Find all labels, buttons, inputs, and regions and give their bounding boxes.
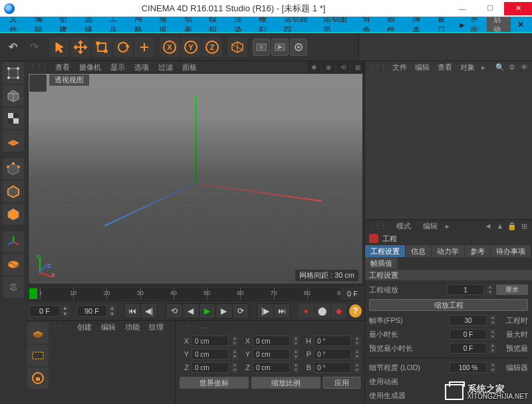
coord-x-size[interactable] bbox=[253, 336, 290, 346]
proj-scale-unit[interactable]: 厘米 bbox=[496, 284, 528, 295]
object-tree[interactable] bbox=[365, 73, 532, 219]
redo-button[interactable]: ↷ bbox=[24, 37, 44, 57]
stepper[interactable]: ▲▼ bbox=[354, 362, 360, 373]
tab-interpolation[interactable]: 帧插值 bbox=[365, 257, 398, 269]
goto-end-button[interactable]: ⏭ bbox=[274, 304, 290, 318]
render-pv-button[interactable] bbox=[271, 39, 289, 56]
filter-icon[interactable]: ⚙ bbox=[507, 62, 517, 72]
timeline-ruler[interactable]: /* ticks rendered below by JS */ 0102030… bbox=[27, 286, 364, 300]
attr-menu-mode[interactable]: 模式 bbox=[392, 221, 415, 231]
coord-space-select[interactable]: 世界坐标 bbox=[180, 377, 249, 389]
step-back-button[interactable]: ◀ bbox=[183, 304, 199, 318]
stepper[interactable]: ▲▼ bbox=[354, 336, 360, 346]
mat-menu-create[interactable]: 创建 bbox=[73, 322, 96, 332]
tab-dynamics[interactable]: 动力学 bbox=[432, 245, 465, 257]
goto-start-button[interactable]: ⏮ bbox=[124, 304, 140, 318]
tab-info[interactable]: 信息 bbox=[406, 245, 432, 257]
rotate-tool[interactable] bbox=[113, 37, 133, 57]
render-region-button[interactable] bbox=[27, 345, 49, 366]
range-start-stepper[interactable]: ▲▼ bbox=[61, 305, 68, 317]
help-button[interactable]: ? bbox=[349, 304, 362, 318]
stepper[interactable]: ▲▼ bbox=[489, 329, 496, 340]
axis-mode-button[interactable] bbox=[3, 231, 24, 252]
coord-h-rot[interactable] bbox=[314, 336, 351, 346]
window-minimize-button[interactable]: — bbox=[448, 2, 476, 15]
vp-nav-orbit[interactable]: ⟲ bbox=[336, 61, 350, 73]
obj-menu-edit[interactable]: 编辑 bbox=[411, 62, 434, 72]
vp-menu-filter[interactable]: 过滤 bbox=[154, 62, 177, 72]
window-maximize-button[interactable]: ☐ bbox=[476, 2, 504, 15]
mat-menu-edit[interactable]: 编辑 bbox=[97, 322, 120, 332]
viewport-thumb-icon[interactable] bbox=[29, 74, 47, 92]
obj-menu-object[interactable]: 对象 bbox=[456, 62, 479, 72]
vp-menu-options[interactable]: 选项 bbox=[130, 62, 153, 72]
fps-input[interactable] bbox=[450, 315, 487, 326]
tab-reference[interactable]: 参考 bbox=[465, 245, 491, 257]
tab-todo[interactable]: 待办事项 bbox=[491, 245, 531, 257]
coord-b-rot[interactable] bbox=[314, 362, 351, 373]
stepper[interactable]: ▲▼ bbox=[293, 362, 299, 373]
vp-nav-layout[interactable]: ⊞ bbox=[351, 61, 364, 73]
obj-menu-file[interactable]: 文件 bbox=[388, 62, 411, 72]
min-time-input[interactable] bbox=[450, 329, 487, 340]
obj-menu-view[interactable]: 查看 bbox=[434, 62, 456, 72]
coord-apply-button[interactable]: 应用 bbox=[323, 377, 360, 389]
proj-scale-input[interactable] bbox=[447, 284, 484, 295]
render-view-button[interactable] bbox=[253, 39, 270, 56]
viewport-solo-button[interactable] bbox=[27, 322, 49, 344]
lock-icon[interactable]: 🔒 bbox=[507, 221, 517, 231]
chevron-right-icon[interactable]: ▸ bbox=[446, 222, 450, 231]
timeline-track[interactable]: /* ticks rendered below by JS */ 0102030… bbox=[40, 288, 340, 300]
play-backward-button[interactable]: ⟲ bbox=[166, 304, 182, 318]
attr-menu-edit[interactable]: 编辑 bbox=[419, 221, 442, 231]
stepper[interactable]: ▲▼ bbox=[293, 349, 299, 359]
coord-y-size[interactable] bbox=[253, 349, 290, 359]
coord-p-rot[interactable] bbox=[314, 349, 351, 359]
goto-prevkey-button[interactable]: ◀| bbox=[141, 304, 157, 318]
move-tool[interactable] bbox=[70, 37, 90, 57]
lod-input[interactable] bbox=[450, 362, 487, 373]
y-axis-lock[interactable]: Y bbox=[181, 37, 201, 57]
range-end-input[interactable] bbox=[76, 305, 107, 317]
vp-menu-display[interactable]: 显示 bbox=[106, 62, 129, 72]
tab-project-settings[interactable]: 工程设置 bbox=[365, 245, 406, 257]
coord-z-pos[interactable] bbox=[192, 362, 229, 373]
timeline-playhead[interactable] bbox=[29, 288, 37, 299]
nav-back-icon[interactable]: ◄ bbox=[483, 221, 493, 231]
texture-mode-button[interactable] bbox=[3, 108, 24, 129]
vp-nav-pan[interactable]: ✥ bbox=[307, 61, 321, 73]
snap-button[interactable]: S bbox=[3, 276, 24, 298]
coord-x-pos[interactable] bbox=[192, 336, 229, 346]
undo-button[interactable]: ↶ bbox=[3, 37, 23, 57]
tweak-mode-button[interactable] bbox=[3, 254, 24, 275]
doc-close-button[interactable]: ✕ bbox=[513, 20, 528, 29]
stepper[interactable]: ▲▼ bbox=[354, 349, 360, 359]
stepper[interactable]: ▲▼ bbox=[293, 336, 299, 346]
play-forward-button[interactable]: ⟳ bbox=[233, 304, 249, 318]
stepper[interactable]: ▲▼ bbox=[489, 362, 496, 373]
chevron-right-icon[interactable]: ▸ bbox=[479, 63, 488, 72]
range-start-input[interactable] bbox=[29, 305, 60, 317]
autokey-button[interactable]: ⬤ bbox=[315, 304, 331, 318]
mat-menu-texture[interactable]: 纹理 bbox=[145, 322, 168, 332]
lock-button[interactable] bbox=[27, 367, 49, 389]
step-forward-button[interactable]: ▶ bbox=[216, 304, 232, 318]
stepper[interactable]: ▲▼ bbox=[487, 284, 493, 295]
coord-scale-mode-select[interactable]: 缩放比例 bbox=[251, 377, 321, 389]
vp-menu-camera[interactable]: 摄像机 bbox=[75, 62, 105, 72]
coord-y-pos[interactable] bbox=[192, 349, 229, 359]
scale-project-button[interactable]: 缩放工程 bbox=[369, 299, 528, 311]
keyframe-button[interactable]: ◆ bbox=[331, 304, 346, 318]
vp-nav-zoom[interactable]: ⊕ bbox=[322, 61, 335, 73]
vp-menu-view[interactable]: 查看 bbox=[51, 62, 74, 72]
preview-min-input[interactable] bbox=[450, 343, 487, 354]
nav-up-icon[interactable]: ▲ bbox=[495, 221, 505, 231]
stepper[interactable]: ▲▼ bbox=[231, 336, 238, 346]
goto-nextkey-button[interactable]: |▶ bbox=[257, 304, 273, 318]
workplane-button[interactable] bbox=[3, 130, 24, 152]
stepper[interactable]: ▲▼ bbox=[489, 315, 496, 326]
vp-menu-panel[interactable]: 面板 bbox=[178, 62, 201, 72]
panel-grip-icon[interactable]: ⋮⋮⋮ bbox=[51, 323, 72, 332]
viewport-canvas[interactable]: Y X Z 网格间距 : 30 cm bbox=[28, 73, 363, 284]
panel-grip-icon[interactable]: ⋮⋮⋮ bbox=[368, 222, 388, 231]
